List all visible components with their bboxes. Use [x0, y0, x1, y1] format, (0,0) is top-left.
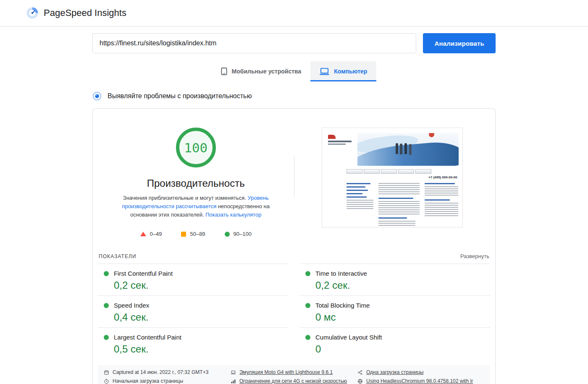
main-content: Анализировать Мобильные устройства Компь… [92, 33, 496, 384]
metric-tbt: Total Blocking Time 0 мс [299, 295, 490, 327]
placeholder-link [346, 196, 367, 198]
mobile-phone-icon [221, 67, 227, 76]
tab-mobile[interactable]: Мобильные устройства [212, 61, 311, 81]
placeholder-paragraph [378, 201, 420, 214]
footer-browser-version[interactable]: Using HeadlessChromium 98.0.4758.102 wit… [357, 378, 484, 384]
category-title: Производительность [98, 178, 294, 189]
thumbnail-nav [346, 169, 431, 174]
url-input[interactable] [92, 33, 416, 53]
legend-fail: 0–49 [140, 231, 162, 237]
expand-toggle[interactable]: Развернуть [460, 253, 489, 259]
average-square-icon [181, 232, 186, 237]
metric-speed-index: Speed Index 0,4 сек. [98, 295, 289, 327]
devices-icon [231, 370, 236, 375]
metric-value: 0,5 сек. [114, 343, 289, 355]
metric-value: 0,4 сек. [114, 311, 289, 323]
pagespeed-logo[interactable]: PageSpeed Insights [26, 7, 126, 19]
desktop-icon [320, 68, 329, 76]
thumbnail-main-column [378, 183, 420, 224]
metric-name: Cumulative Layout Shift [315, 334, 382, 341]
performance-score: 100 [184, 140, 207, 155]
score-column: 100 Производительность Значения приблизи… [98, 128, 294, 237]
thumbnail-banner [357, 133, 459, 166]
metric-lcp: Largest Contentful Paint 0,5 сек. [98, 327, 289, 359]
nav-button-placeholder [415, 169, 431, 174]
placeholder-link [346, 190, 368, 191]
url-bar: Анализировать [92, 33, 496, 53]
performance-insight-icon [92, 91, 102, 101]
nav-button-placeholder [346, 169, 362, 174]
nav-button-placeholder [364, 169, 380, 174]
metric-name: First Contentful Paint [114, 270, 173, 277]
footer-single-load[interactable]: Одна загрузка страницы [357, 369, 484, 375]
legend-fail-range: 0–49 [150, 231, 162, 237]
metric-name: Time to Interactive [315, 270, 367, 277]
performance-score-gauge: 100 [176, 128, 216, 167]
legend-average-range: 50–89 [190, 231, 205, 237]
metrics-title: ПОКАЗАТЕЛИ [99, 253, 136, 259]
metric-fcp: First Contentful Paint 0,2 сек. [98, 264, 289, 295]
site-screenshot: +7 (495) 000-00-00 [322, 128, 463, 227]
metric-value: 0 [315, 343, 490, 355]
metric-name: Largest Contentful Paint [114, 334, 181, 341]
metric-tti: Time to Interactive 0,2 сек. [299, 264, 490, 295]
nav-button-placeholder [381, 169, 397, 174]
footer-emulation[interactable]: Эмуляция Moto G4 with Lighthouse 9.6.1 [231, 369, 357, 375]
calc-link-2[interactable]: Показать калькулятор [205, 212, 261, 218]
placeholder-link [378, 217, 407, 219]
legend-average: 50–89 [181, 231, 205, 237]
placeholder-link [346, 183, 371, 184]
pass-circle-icon [225, 232, 230, 237]
pass-dot-icon [305, 303, 310, 308]
banner-red-dot [429, 133, 434, 137]
tab-desktop[interactable]: Компьютер [310, 61, 376, 81]
screenshot-column: +7 (495) 000-00-00 [294, 128, 491, 237]
score-disclaimer: Значения приблизительные и могут изменят… [111, 194, 280, 219]
nav-button-placeholder [398, 169, 414, 174]
browser-globe-icon [357, 379, 363, 384]
footer-throttling[interactable]: Ограничение для сети 4G с низкой скорост… [231, 378, 357, 384]
report-footer: Captured at 14 июн. 2022 г., 07:32 GMT+3… [98, 365, 490, 384]
pass-dot-icon [104, 303, 109, 308]
discover-row: Выявляйте проблемы с производительностью [92, 91, 496, 101]
placeholder-paragraph [378, 221, 415, 227]
banner-people-silhouettes [396, 143, 398, 154]
disclaimer-text: Значения приблизительные и могут изменят… [123, 195, 248, 201]
placeholder-paragraph [346, 200, 373, 210]
placeholder-paragraph [425, 186, 458, 196]
tab-mobile-label: Мобильные устройства [232, 68, 302, 75]
metric-value: 0 мс [315, 311, 490, 323]
legend-pass: 90–100 [225, 231, 252, 237]
device-tabs: Мобильные устройства Компьютер [92, 61, 496, 81]
network-icon [231, 379, 236, 384]
pass-dot-icon [104, 335, 109, 340]
calendar-icon [104, 370, 109, 375]
metric-cls: Cumulative Layout Shift 0 [299, 327, 490, 359]
placeholder-link [346, 193, 362, 194]
placeholder-line [328, 144, 346, 145]
stopwatch-icon [104, 379, 109, 384]
thumbnail-right-column [425, 183, 458, 224]
metric-value: 0,2 сек. [114, 280, 289, 291]
placeholder-link [346, 186, 365, 188]
app-title: PageSpeed Insights [44, 8, 126, 18]
discover-title: Выявляйте проблемы с производительностью [108, 92, 252, 100]
analyze-button[interactable]: Анализировать [423, 33, 496, 53]
pagespeed-logo-icon [26, 7, 39, 19]
fail-triangle-icon [140, 232, 146, 236]
metrics-header-row: ПОКАЗАТЕЛИ Развернуть [98, 253, 490, 264]
placeholder-link [425, 183, 455, 184]
placeholder-link [378, 198, 413, 199]
pass-dot-icon [305, 335, 310, 340]
thumbnail-body [346, 183, 458, 224]
pass-dot-icon [305, 271, 310, 276]
page-load-icon [357, 370, 363, 375]
metric-name: Total Blocking Time [315, 302, 370, 309]
pass-dot-icon [104, 271, 109, 276]
report-summary: 100 Производительность Значения приблизи… [98, 109, 490, 253]
app-header: PageSpeed Insights [0, 0, 588, 26]
metrics-grid: First Contentful Paint 0,2 сек. Time to … [98, 264, 490, 359]
report-card: 100 Производительность Значения приблизи… [92, 108, 496, 384]
placeholder-line [328, 141, 352, 142]
thumbnail-sidebar [346, 183, 373, 224]
